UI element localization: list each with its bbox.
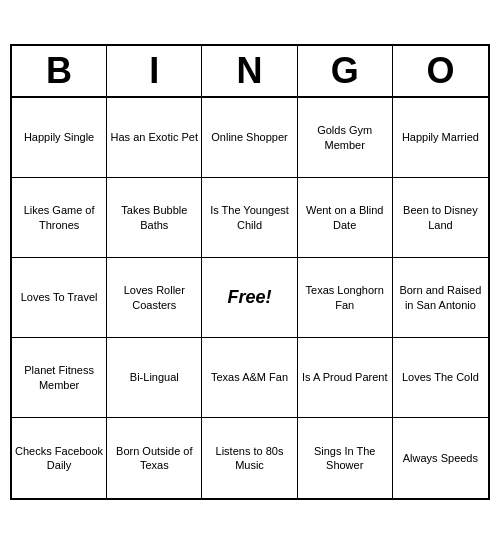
bingo-cell-11: Loves Roller Coasters — [107, 258, 202, 338]
bingo-cell-10: Loves To Travel — [12, 258, 107, 338]
bingo-cell-18: Is A Proud Parent — [298, 338, 393, 418]
bingo-cell-22: Listens to 80s Music — [202, 418, 297, 498]
bingo-cell-21: Born Outside of Texas — [107, 418, 202, 498]
bingo-cell-5: Likes Game of Thrones — [12, 178, 107, 258]
bingo-cell-4: Happily Married — [393, 98, 488, 178]
bingo-cell-1: Has an Exotic Pet — [107, 98, 202, 178]
bingo-cell-23: Sings In The Shower — [298, 418, 393, 498]
bingo-cell-20: Checks Facebook Daily — [12, 418, 107, 498]
bingo-card: BINGO Happily SingleHas an Exotic PetOnl… — [10, 44, 490, 500]
bingo-grid: Happily SingleHas an Exotic PetOnline Sh… — [12, 98, 488, 498]
bingo-cell-24: Always Speeds — [393, 418, 488, 498]
bingo-cell-7: Is The Youngest Child — [202, 178, 297, 258]
bingo-cell-16: Bi-Lingual — [107, 338, 202, 418]
bingo-cell-9: Been to Disney Land — [393, 178, 488, 258]
bingo-header: BINGO — [12, 46, 488, 98]
bingo-header-letter-g: G — [298, 46, 393, 96]
bingo-header-letter-o: O — [393, 46, 488, 96]
bingo-header-letter-n: N — [202, 46, 297, 96]
bingo-cell-8: Went on a Blind Date — [298, 178, 393, 258]
bingo-cell-19: Loves The Cold — [393, 338, 488, 418]
bingo-header-letter-b: B — [12, 46, 107, 96]
bingo-cell-14: Born and Raised in San Antonio — [393, 258, 488, 338]
bingo-header-letter-i: I — [107, 46, 202, 96]
bingo-cell-17: Texas A&M Fan — [202, 338, 297, 418]
bingo-cell-6: Takes Bubble Baths — [107, 178, 202, 258]
bingo-cell-3: Golds Gym Member — [298, 98, 393, 178]
bingo-cell-15: Planet Fitness Member — [12, 338, 107, 418]
bingo-cell-12: Free! — [202, 258, 297, 338]
bingo-cell-0: Happily Single — [12, 98, 107, 178]
bingo-cell-13: Texas Longhorn Fan — [298, 258, 393, 338]
bingo-cell-2: Online Shopper — [202, 98, 297, 178]
